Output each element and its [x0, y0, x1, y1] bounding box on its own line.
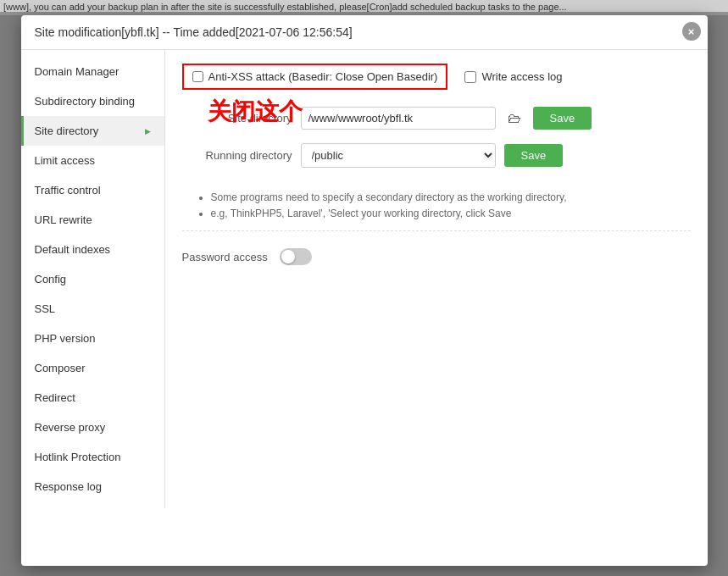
sidebar-item-response-log[interactable]: Response log: [21, 472, 164, 501]
folder-icon[interactable]: 🗁: [504, 108, 525, 129]
sidebar-item-composer[interactable]: Composer: [21, 353, 164, 383]
sidebar: Domain Manager Subdirectory binding Site…: [21, 50, 165, 508]
sidebar-label: Response log: [35, 480, 103, 493]
sidebar-item-hotlink-protection[interactable]: Hotlink Protection: [21, 442, 164, 472]
sidebar-label: Site directory: [35, 125, 99, 137]
sidebar-label: PHP version: [35, 332, 96, 345]
sidebar-item-redirect[interactable]: Redirect: [21, 383, 164, 413]
modal-title: Site modification[ybfl.tk] -- Time added…: [35, 25, 353, 39]
sidebar-item-ssl[interactable]: SSL: [21, 294, 164, 324]
site-directory-label: Site directory: [182, 112, 292, 125]
info-line-2: e.g, ThinkPHP5, Laravel', 'Select your w…: [211, 206, 677, 222]
password-access-toggle[interactable]: [280, 248, 312, 265]
content-area: Anti-XSS attack (Basedir: Close Open Bas…: [165, 50, 708, 508]
modal-body: Domain Manager Subdirectory binding Site…: [21, 50, 708, 508]
close-icon: ×: [688, 25, 695, 38]
site-directory-row: Site directory 🗁 Save: [182, 107, 691, 130]
sidebar-label: SSL: [35, 302, 56, 315]
info-box: Some programs need to specify a secondar…: [182, 181, 691, 231]
sidebar-item-reverse-proxy[interactable]: Reverse proxy: [21, 413, 164, 442]
password-access-label: Password access: [182, 251, 268, 263]
sidebar-label: Default indexes: [35, 243, 111, 256]
sidebar-item-subdirectory-binding[interactable]: Subdirectory binding: [21, 86, 164, 116]
antixss-box: Anti-XSS attack (Basedir: Close Open Bas…: [182, 64, 448, 90]
running-directory-save-button[interactable]: Save: [504, 144, 564, 167]
info-text-2: e.g, ThinkPHP5, Laravel', 'Select your w…: [211, 208, 512, 219]
sidebar-item-config[interactable]: Config: [21, 264, 164, 294]
sidebar-item-domain-manager[interactable]: Domain Manager: [21, 57, 164, 86]
running-directory-label: Running directory: [182, 149, 292, 162]
modal-overlay: Site modification[ybfl.tk] -- Time added…: [0, 12, 728, 576]
modal: Site modification[ybfl.tk] -- Time added…: [21, 15, 708, 566]
sidebar-label: Limit access: [35, 154, 96, 167]
info-line-1: Some programs need to specify a secondar…: [211, 190, 677, 206]
running-directory-select[interactable]: /public / /app /web: [301, 143, 496, 168]
write-access-log-label[interactable]: Write access log: [481, 70, 562, 83]
modal-close-button[interactable]: ×: [682, 22, 701, 41]
sidebar-label: Domain Manager: [35, 65, 119, 78]
sidebar-item-site-directory[interactable]: Site directory: [21, 116, 164, 146]
write-access-log-checkbox[interactable]: [464, 71, 476, 83]
site-directory-input[interactable]: [301, 107, 496, 130]
toggle-knob: [281, 250, 295, 263]
sidebar-item-default-indexes[interactable]: Default indexes: [21, 235, 164, 264]
sidebar-label: Config: [35, 273, 67, 285]
sidebar-label: URL rewrite: [35, 213, 92, 226]
sidebar-label: Hotlink Protection: [35, 451, 121, 463]
write-access-log-group: Write access log: [464, 70, 562, 83]
sidebar-item-url-rewrite[interactable]: URL rewrite: [21, 205, 164, 235]
sidebar-label: Reverse proxy: [35, 421, 106, 434]
modal-header: Site modification[ybfl.tk] -- Time added…: [21, 15, 708, 50]
antixss-checkbox[interactable]: [192, 71, 203, 82]
antixss-label[interactable]: Anti-XSS attack (Basedir: Close Open Bas…: [208, 70, 438, 83]
bg-bar-text: [www], you can add your backup plan in a…: [3, 2, 567, 12]
sidebar-item-limit-access[interactable]: Limit access: [21, 146, 164, 175]
running-directory-row: Running directory /public / /app /web Sa…: [182, 143, 691, 168]
sidebar-item-php-version[interactable]: PHP version: [21, 324, 164, 353]
top-checkboxes-row: Anti-XSS attack (Basedir: Close Open Bas…: [182, 64, 691, 90]
info-text-1: Some programs need to specify a secondar…: [211, 191, 567, 203]
sidebar-item-traffic-control[interactable]: Traffic control: [21, 175, 164, 205]
sidebar-label: Redirect: [35, 391, 75, 404]
sidebar-label: Traffic control: [35, 184, 101, 197]
password-access-row: Password access: [182, 248, 691, 265]
sidebar-label: Composer: [35, 362, 86, 374]
site-directory-save-button[interactable]: Save: [533, 107, 592, 130]
sidebar-label: Subdirectory binding: [35, 95, 136, 108]
